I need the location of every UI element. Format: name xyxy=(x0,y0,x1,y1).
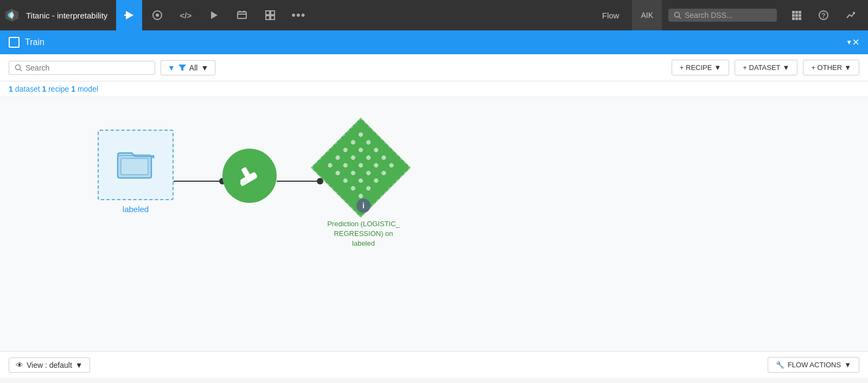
dashboard-btn[interactable] xyxy=(257,0,283,30)
view-dropdown-arrow: ▼ xyxy=(75,361,83,369)
svg-point-42 xyxy=(388,162,394,168)
svg-rect-19 xyxy=(795,14,798,17)
svg-rect-12 xyxy=(271,16,275,20)
svg-text:?: ? xyxy=(821,12,825,20)
flow-canvas[interactable]: labeled xyxy=(0,97,868,351)
svg-point-41 xyxy=(381,155,387,161)
recipe-dropdown-arrow: ▼ xyxy=(714,63,721,72)
global-search-input[interactable] xyxy=(685,11,771,20)
svg-point-13 xyxy=(675,12,680,17)
recipe-link[interactable]: recipe xyxy=(48,85,69,93)
summary-bar: 1 dataset 1 recipe 1 model xyxy=(0,81,868,97)
run-btn[interactable] xyxy=(201,0,227,30)
add-dataset-btn[interactable]: + DATASET ▼ xyxy=(735,60,797,75)
train-bar-close-btn[interactable]: × xyxy=(852,35,859,49)
filter-arrow: ▼ xyxy=(201,63,208,72)
svg-marker-28 xyxy=(178,65,186,71)
svg-point-54 xyxy=(342,162,348,168)
add-recipe-btn[interactable]: + RECIPE ▼ xyxy=(672,60,729,75)
model-info-icon[interactable]: i xyxy=(356,199,371,213)
flow-actions-btn[interactable]: 🔧 FLOW ACTIONS ▼ xyxy=(768,357,859,373)
flow-actions-icon: 🔧 xyxy=(776,361,784,369)
svg-point-52 xyxy=(373,177,379,183)
funnel-icon xyxy=(178,65,186,71)
flow-tab-btn[interactable] xyxy=(116,0,142,30)
app-logo[interactable] xyxy=(4,8,20,23)
svg-rect-8 xyxy=(243,11,245,12)
svg-point-51 xyxy=(365,170,371,176)
aik-btn[interactable]: AIK xyxy=(632,0,662,30)
svg-point-39 xyxy=(365,139,371,145)
svg-rect-7 xyxy=(239,11,241,12)
other-dropdown-arrow: ▼ xyxy=(844,63,851,72)
svg-rect-21 xyxy=(792,17,795,20)
dataset-link[interactable]: dataset xyxy=(15,85,40,93)
add-other-btn[interactable]: + OTHER ▼ xyxy=(803,60,859,75)
stats-btn[interactable] xyxy=(838,0,864,30)
flow-actions-arrow: ▼ xyxy=(844,361,851,369)
svg-point-56 xyxy=(358,177,363,183)
more-btn[interactable]: ••• xyxy=(285,0,311,30)
model-label: Prediction (LOGISTIC_REGRESSION) onlabel… xyxy=(327,219,400,249)
svg-rect-15 xyxy=(792,11,795,14)
svg-point-58 xyxy=(327,162,333,168)
svg-rect-10 xyxy=(271,11,275,15)
svg-rect-18 xyxy=(792,14,795,17)
svg-point-59 xyxy=(335,170,341,176)
model-count: 1 xyxy=(71,85,75,93)
design-btn[interactable] xyxy=(144,0,170,30)
dataset-count: 1 xyxy=(9,85,13,93)
recipe-node[interactable] xyxy=(222,149,277,203)
svg-marker-4 xyxy=(211,11,218,19)
top-navigation: Titanic - interpretability </> ••• Flow … xyxy=(0,0,868,30)
deploy-btn[interactable] xyxy=(229,0,255,30)
svg-point-48 xyxy=(342,147,348,153)
view-select-btn[interactable]: 👁 View : default ▼ xyxy=(9,358,90,373)
svg-rect-16 xyxy=(795,11,798,14)
dataset-node[interactable]: labeled xyxy=(98,130,174,214)
svg-point-3 xyxy=(156,14,159,17)
model-node[interactable]: i Prediction (LOGISTIC_REGRESSION) onlab… xyxy=(320,127,407,249)
svg-point-44 xyxy=(358,147,363,153)
svg-point-61 xyxy=(350,186,356,192)
grid-menu-btn[interactable] xyxy=(783,0,809,30)
train-dropdown-arrow[interactable]: ▼ xyxy=(846,39,852,46)
model-link[interactable]: model xyxy=(78,85,98,93)
svg-rect-5 xyxy=(238,12,246,18)
dataset-box[interactable] xyxy=(98,130,174,200)
recipe-count: 1 xyxy=(42,85,47,93)
flow-search-input[interactable] xyxy=(25,63,145,72)
search-box xyxy=(9,61,155,75)
bottom-bar: 👁 View : default ▼ 🔧 FLOW ACTIONS ▼ xyxy=(0,351,868,378)
svg-rect-11 xyxy=(266,16,270,20)
train-bar: Train ▼ × xyxy=(0,30,868,54)
code-btn[interactable]: </> xyxy=(173,0,199,30)
svg-point-47 xyxy=(381,170,387,176)
svg-point-49 xyxy=(350,155,356,161)
filter-icon: ▼ xyxy=(168,63,175,72)
help-btn[interactable]: ? xyxy=(810,0,837,30)
svg-point-46 xyxy=(373,162,379,168)
dataset-label: labeled xyxy=(123,205,149,214)
svg-point-40 xyxy=(373,147,379,153)
svg-rect-22 xyxy=(795,17,798,20)
search-icon xyxy=(674,11,681,19)
svg-rect-9 xyxy=(266,11,270,15)
search-icon xyxy=(15,64,22,72)
svg-marker-0 xyxy=(126,11,133,20)
filter-dropdown-btn[interactable]: ▼ All ▼ xyxy=(161,60,215,75)
project-title: Titanic - interpretability xyxy=(26,11,107,20)
svg-point-50 xyxy=(358,162,363,168)
folder-icon xyxy=(117,148,155,182)
svg-point-57 xyxy=(365,186,371,192)
svg-point-45 xyxy=(365,155,371,161)
global-search-box xyxy=(668,9,777,22)
train-label: Train xyxy=(25,37,843,47)
nav-right-icons: ? xyxy=(783,0,864,30)
flow-menu-btn[interactable]: Flow xyxy=(591,0,630,30)
flow-toolbar: ▼ All ▼ + RECIPE ▼ + DATASET ▼ + OTHER ▼ xyxy=(0,54,868,81)
svg-point-53 xyxy=(335,155,341,161)
svg-line-27 xyxy=(20,69,22,71)
filter-label: All xyxy=(189,63,198,72)
svg-rect-17 xyxy=(799,11,801,14)
